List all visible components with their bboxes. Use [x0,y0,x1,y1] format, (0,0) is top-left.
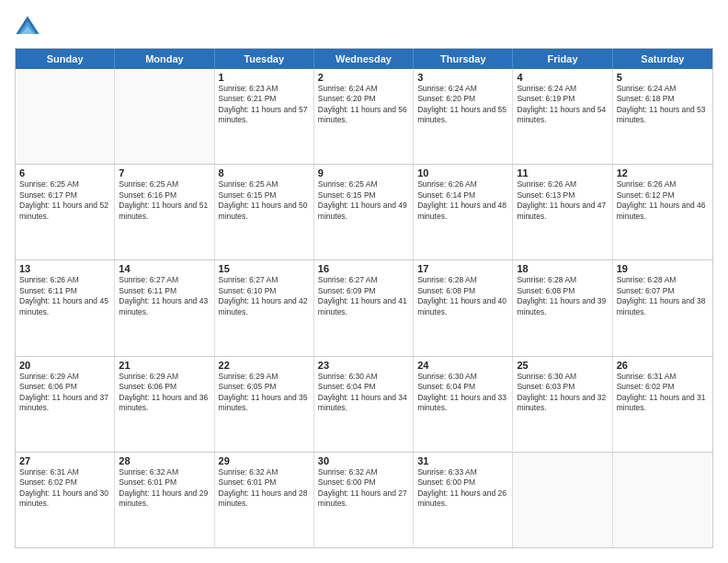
day-info: Sunrise: 6:28 AM Sunset: 6:08 PM Dayligh… [417,275,508,317]
day-info: Sunrise: 6:32 AM Sunset: 6:01 PM Dayligh… [119,467,210,510]
day-number: 4 [517,72,608,83]
header [15,15,713,40]
day-info: Sunrise: 6:27 AM Sunset: 6:09 PM Dayligh… [318,275,409,317]
calendar-body: 1Sunrise: 6:23 AM Sunset: 6:21 PM Daylig… [16,69,712,547]
day-info: Sunrise: 6:29 AM Sunset: 6:06 PM Dayligh… [19,372,110,414]
day-number: 19 [617,263,709,274]
day-number: 13 [19,263,110,274]
logo [15,15,44,40]
day-info: Sunrise: 6:29 AM Sunset: 6:05 PM Dayligh… [219,372,310,414]
day-info: Sunrise: 6:28 AM Sunset: 6:08 PM Dayligh… [517,275,608,317]
calendar-cell: 21Sunrise: 6:29 AM Sunset: 6:06 PM Dayli… [115,357,214,452]
day-info: Sunrise: 6:26 AM Sunset: 6:14 PM Dayligh… [417,179,508,222]
day-info: Sunrise: 6:25 AM Sunset: 6:17 PM Dayligh… [19,179,110,222]
calendar-cell [513,453,612,547]
calendar-cell: 11Sunrise: 6:26 AM Sunset: 6:13 PM Dayli… [513,165,612,259]
logo-icon [15,15,40,40]
day-info: Sunrise: 6:23 AM Sunset: 6:21 PM Dayligh… [219,84,310,126]
day-number: 20 [19,360,110,371]
day-number: 31 [417,455,508,466]
day-info: Sunrise: 6:31 AM Sunset: 6:02 PM Dayligh… [19,467,110,510]
calendar-cell: 14Sunrise: 6:27 AM Sunset: 6:11 PM Dayli… [115,260,214,355]
calendar-cell: 26Sunrise: 6:31 AM Sunset: 6:02 PM Dayli… [613,357,712,452]
calendar-cell: 18Sunrise: 6:28 AM Sunset: 6:08 PM Dayli… [513,260,612,355]
calendar-cell [115,69,214,164]
calendar-cell: 2Sunrise: 6:24 AM Sunset: 6:20 PM Daylig… [314,69,414,164]
calendar-cell: 27Sunrise: 6:31 AM Sunset: 6:02 PM Dayli… [16,453,115,547]
header-day-wednesday: Wednesday [314,49,414,69]
day-number: 11 [517,167,608,178]
day-info: Sunrise: 6:32 AM Sunset: 6:01 PM Dayligh… [219,467,310,510]
calendar-cell: 24Sunrise: 6:30 AM Sunset: 6:04 PM Dayli… [414,357,513,452]
day-info: Sunrise: 6:30 AM Sunset: 6:03 PM Dayligh… [517,372,608,414]
calendar-cell: 17Sunrise: 6:28 AM Sunset: 6:08 PM Dayli… [414,260,513,355]
day-number: 22 [219,360,310,371]
calendar-row-4: 27Sunrise: 6:31 AM Sunset: 6:02 PM Dayli… [16,452,712,547]
calendar-cell: 31Sunrise: 6:33 AM Sunset: 6:00 PM Dayli… [414,453,513,547]
day-number: 18 [517,263,608,274]
day-number: 24 [417,360,508,371]
day-number: 21 [119,360,210,371]
calendar-cell: 20Sunrise: 6:29 AM Sunset: 6:06 PM Dayli… [16,357,115,452]
calendar-cell: 9Sunrise: 6:25 AM Sunset: 6:15 PM Daylig… [314,165,414,259]
header-day-sunday: Sunday [16,49,115,69]
day-number: 16 [318,263,409,274]
calendar-row-0: 1Sunrise: 6:23 AM Sunset: 6:21 PM Daylig… [16,69,712,164]
calendar-row-2: 13Sunrise: 6:26 AM Sunset: 6:11 PM Dayli… [16,259,712,355]
calendar-cell: 7Sunrise: 6:25 AM Sunset: 6:16 PM Daylig… [115,165,214,259]
day-info: Sunrise: 6:26 AM Sunset: 6:12 PM Dayligh… [617,179,709,222]
day-number: 25 [517,360,608,371]
calendar-cell: 30Sunrise: 6:32 AM Sunset: 6:00 PM Dayli… [314,453,414,547]
day-number: 28 [119,455,210,466]
day-number: 14 [119,263,210,274]
calendar-cell: 12Sunrise: 6:26 AM Sunset: 6:12 PM Dayli… [613,165,712,259]
day-info: Sunrise: 6:26 AM Sunset: 6:11 PM Dayligh… [19,275,110,317]
calendar-header: SundayMondayTuesdayWednesdayThursdayFrid… [16,49,712,69]
day-info: Sunrise: 6:28 AM Sunset: 6:07 PM Dayligh… [617,275,709,317]
calendar-cell [613,453,712,547]
day-number: 5 [617,72,709,83]
calendar-cell [16,69,115,164]
day-info: Sunrise: 6:25 AM Sunset: 6:15 PM Dayligh… [318,179,409,222]
day-info: Sunrise: 6:25 AM Sunset: 6:16 PM Dayligh… [119,179,210,222]
page: SundayMondayTuesdayWednesdayThursdayFrid… [0,0,728,563]
calendar-cell: 13Sunrise: 6:26 AM Sunset: 6:11 PM Dayli… [16,260,115,355]
day-number: 26 [617,360,709,371]
calendar-cell: 19Sunrise: 6:28 AM Sunset: 6:07 PM Dayli… [613,260,712,355]
calendar-cell: 23Sunrise: 6:30 AM Sunset: 6:04 PM Dayli… [314,357,414,452]
day-number: 7 [119,167,210,178]
header-day-saturday: Saturday [613,49,712,69]
day-number: 8 [219,167,310,178]
day-info: Sunrise: 6:30 AM Sunset: 6:04 PM Dayligh… [417,372,508,414]
day-number: 12 [617,167,709,178]
day-number: 29 [219,455,310,466]
day-number: 6 [19,167,110,178]
calendar-cell: 10Sunrise: 6:26 AM Sunset: 6:14 PM Dayli… [414,165,513,259]
calendar-cell: 15Sunrise: 6:27 AM Sunset: 6:10 PM Dayli… [215,260,314,355]
day-info: Sunrise: 6:31 AM Sunset: 6:02 PM Dayligh… [617,372,709,414]
day-info: Sunrise: 6:30 AM Sunset: 6:04 PM Dayligh… [318,372,409,414]
day-number: 23 [318,360,409,371]
calendar-cell: 8Sunrise: 6:25 AM Sunset: 6:15 PM Daylig… [215,165,314,259]
calendar-cell: 25Sunrise: 6:30 AM Sunset: 6:03 PM Dayli… [513,357,612,452]
day-info: Sunrise: 6:24 AM Sunset: 6:20 PM Dayligh… [318,84,409,126]
day-info: Sunrise: 6:24 AM Sunset: 6:18 PM Dayligh… [617,84,709,126]
calendar-cell: 6Sunrise: 6:25 AM Sunset: 6:17 PM Daylig… [16,165,115,259]
day-info: Sunrise: 6:33 AM Sunset: 6:00 PM Dayligh… [417,467,508,510]
day-number: 10 [417,167,508,178]
calendar-cell: 22Sunrise: 6:29 AM Sunset: 6:05 PM Dayli… [215,357,314,452]
day-info: Sunrise: 6:25 AM Sunset: 6:15 PM Dayligh… [219,179,310,222]
calendar-cell: 28Sunrise: 6:32 AM Sunset: 6:01 PM Dayli… [115,453,214,547]
day-info: Sunrise: 6:27 AM Sunset: 6:11 PM Dayligh… [119,275,210,317]
header-day-thursday: Thursday [414,49,513,69]
day-info: Sunrise: 6:26 AM Sunset: 6:13 PM Dayligh… [517,179,608,222]
calendar-cell: 4Sunrise: 6:24 AM Sunset: 6:19 PM Daylig… [513,69,612,164]
day-info: Sunrise: 6:32 AM Sunset: 6:00 PM Dayligh… [318,467,409,510]
day-info: Sunrise: 6:24 AM Sunset: 6:20 PM Dayligh… [417,84,508,126]
header-day-friday: Friday [513,49,612,69]
day-info: Sunrise: 6:29 AM Sunset: 6:06 PM Dayligh… [119,372,210,414]
calendar: SundayMondayTuesdayWednesdayThursdayFrid… [15,48,713,548]
day-number: 1 [219,72,310,83]
day-number: 9 [318,167,409,178]
calendar-cell: 1Sunrise: 6:23 AM Sunset: 6:21 PM Daylig… [215,69,314,164]
